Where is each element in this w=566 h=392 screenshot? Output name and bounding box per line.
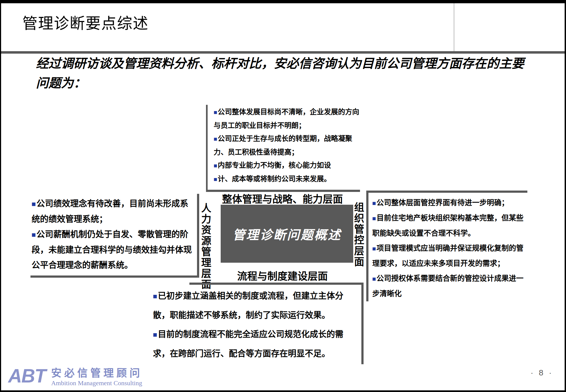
bullet-text: 计、成本等或将制约公司未来发展。 <box>218 175 331 183</box>
bullet-item: ■公司薪酬机制仍处于自发、零散管理的阶段，未能建立合理科学的与绩效挂勾并体现公平… <box>32 227 194 273</box>
bullet-text: 公司整体层面管控界面有待进一步明确； <box>377 199 509 207</box>
company-logo: ABT 安必信管理顾问 Ambition Management Consulti… <box>8 365 143 387</box>
bullet-item: ■目前住宅地产板块组织架构基本完整，但某些职能缺失或设置不合理不科学。 <box>372 211 527 241</box>
bullet-item: ■公司授权体系需要结合新的管控设计成果进一步清晰化 <box>372 271 527 301</box>
bullet-square-icon: ■ <box>153 292 157 300</box>
hr-bullet-block: ■公司绩效理念有待改善，目前尚未形成系统的绩效管理系统； ■公司薪酬机制仍处于自… <box>30 194 199 278</box>
bullet-square-icon: ■ <box>372 245 376 252</box>
bullet-square-icon: ■ <box>32 231 36 239</box>
bullet-text: 公司薪酬机制仍处于自发、零散管理的阶段，未能建立合理科学的与绩效挂勾并体现公平合… <box>32 229 192 270</box>
bullet-text: 内部专业能力不均衡，核心能力如设 <box>218 161 331 169</box>
bullet-square-icon: ■ <box>32 200 36 208</box>
intro-paragraph: 经过调研访谈及管理资料分析、标杆对比，安必信咨询认为目前公司管理方面存在的主要问… <box>36 54 526 93</box>
top-black-bar <box>1 0 565 3</box>
process-bullet-block: ■已初步建立涵盖相关的制度或流程，但建立主体分散，职能描述不够系统，制约了实际运… <box>153 286 359 363</box>
strategy-layer-heading: 整体管理与战略、能力层面 <box>207 191 358 206</box>
bullet-item: ■目前的制度流程不能完全适应公司规范化成长的需求，在跨部门运行、配合等方面存在明… <box>153 325 359 363</box>
bullet-text: 项目管理模式应当明确并保证规模化复制的管理要求，以适应未来多项目开发的需求； <box>372 244 524 268</box>
center-topic-box: 管理诊断问题概述 <box>221 205 353 263</box>
bullet-text: 已初步建立涵盖相关的制度或流程，但建立主体分散，职能描述不够系统，制约了实际运行… <box>153 291 343 320</box>
logo-abt-icon: ABT <box>8 365 46 387</box>
bullet-square-icon: ■ <box>372 275 376 282</box>
bullet-square-icon: ■ <box>214 136 217 142</box>
logo-text: 安必信管理顾问 Ambition Management Consulting <box>51 367 143 387</box>
bullet-text: 公司授权体系需要结合新的管控设计成果进一步清晰化 <box>372 274 524 298</box>
bullet-item: ■内部专业能力不均衡，核心能力如设 <box>214 159 360 172</box>
bullet-square-icon: ■ <box>372 215 376 222</box>
slide: 管理诊断要点综述 经过调研访谈及管理资料分析、标杆对比，安必信咨询认为目前公司管… <box>0 0 566 392</box>
org-bullet-block: ■公司整体层面管控界面有待进一步明确； ■目前住宅地产板块组织架构基本完整，但某… <box>366 191 527 301</box>
bullet-text: 目前住宅地产板块组织架构基本完整，但某些职能缺失或设置不合理不科学。 <box>372 214 524 237</box>
process-frame-top-line <box>189 283 364 285</box>
process-frame-right-line <box>361 283 364 364</box>
process-layer-heading: 流程与制度建设层面 <box>207 268 358 283</box>
bullet-square-icon: ■ <box>372 200 376 207</box>
bullet-square-icon: ■ <box>214 162 217 169</box>
bullet-text: 目前的制度流程不能完全适应公司规范化成长的需求，在跨部门运行、配合等方面存在明显… <box>153 329 343 358</box>
bullet-square-icon: ■ <box>214 176 217 183</box>
bullet-item: ■已初步建立涵盖相关的制度或流程，但建立主体分散，职能描述不够系统，制约了实际运… <box>153 286 359 325</box>
page-title: 管理诊断要点综述 <box>22 11 149 33</box>
org-layer-vertical-label: 组织管控层面 <box>353 202 364 270</box>
header-vertical-divider <box>453 3 455 51</box>
bullet-square-icon: ■ <box>214 109 217 116</box>
bullet-item: ■公司整体发展目标尚不清晰，企业发展的方向与员工的职业目标并不明朗； <box>214 105 360 132</box>
page-number: · 8 · <box>531 368 553 377</box>
logo-chinese-name: 安必信管理顾问 <box>51 367 143 379</box>
bullet-item: ■项目管理模式应当明确并保证规模化复制的管理要求，以适应未来多项目开发的需求； <box>372 241 527 271</box>
bullet-item: ■公司整体层面管控界面有待进一步明确； <box>372 195 527 211</box>
header-horizontal-divider <box>1 51 565 54</box>
bullet-item: ■公司绩效理念有待改善，目前尚未形成系统的绩效管理系统； <box>32 196 194 227</box>
bullet-text: 公司整体发展目标尚不清晰，企业发展的方向与员工的职业目标并不明朗； <box>214 108 359 130</box>
bullet-item: ■计、成本等或将制约公司未来发展。 <box>214 172 360 186</box>
bullet-text: 公司正处于生存与成长的转型期，战略凝聚力、员工积极性亟待提高； <box>214 134 352 156</box>
logo-english-name: Ambition Management Consulting <box>51 379 143 387</box>
bullet-square-icon: ■ <box>153 330 157 339</box>
bullet-item: ■公司正处于生存与成长的转型期，战略凝聚力、员工积极性亟待提高； <box>214 132 360 159</box>
bullet-text: 公司绩效理念有待改善，目前尚未形成系统的绩效管理系统； <box>32 199 188 224</box>
strategy-bullet-block: ■公司整体发展目标尚不清晰，企业发展的方向与员工的职业目标并不明朗； ■公司正处… <box>206 105 360 192</box>
